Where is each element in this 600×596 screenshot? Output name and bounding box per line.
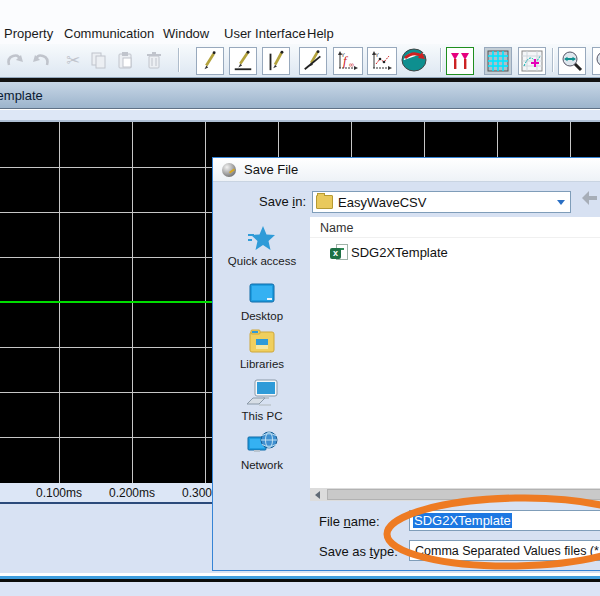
equation-icon: f∞Y [336,50,360,72]
scrollbar-thumb[interactable] [327,489,600,500]
place-libraries[interactable]: Libraries [215,328,309,370]
dialog-app-icon [222,163,236,177]
pencil-icon [199,50,221,72]
place-desktop[interactable]: Desktop [215,282,309,322]
x-axis-label: 0.200ms [95,486,169,500]
divider [0,110,600,120]
redo-button[interactable] [28,47,54,73]
draw-vertical-button[interactable] [262,47,290,75]
save-as-type-combobox[interactable]: Comma Separated Values files (*.csv) [409,540,600,561]
status-bar [0,582,600,596]
dialog-title: Save File [244,162,298,177]
document-tab[interactable]: SDG2XTemplate [0,82,600,109]
copy-icon [90,51,108,69]
quick-access-icon [247,225,277,253]
svg-text:∞: ∞ [349,61,354,68]
zoom-horizontal-button[interactable] [558,47,586,75]
smooth-wave-button[interactable] [400,47,428,73]
file-list[interactable]: Name D x SDG2XTemplate 10 [310,217,600,488]
show-grid-button[interactable] [484,47,512,75]
equation-editor-button[interactable]: f∞Y [333,47,363,75]
folder-icon [316,195,333,209]
cut-button[interactable]: ✂ [60,47,86,73]
cut-icon: ✂ [66,50,80,71]
undo-button[interactable] [2,47,28,73]
libraries-icon [248,328,276,356]
undo-icon [5,51,25,69]
x-axis-label: 0.100ms [22,486,96,500]
back-button[interactable] [584,191,600,207]
insert-point-icon [521,50,543,72]
back-arrow-icon [588,196,597,200]
menu-bar: Property Communication Window User Inter… [0,0,600,44]
place-quick-access[interactable]: Quick access [215,225,309,267]
document-tab-title: SDG2XTemplate [0,88,43,103]
save-as-type-label: Save as type: [319,544,398,559]
svg-text:Y: Y [375,52,379,58]
column-header-name[interactable]: Name [320,221,353,235]
place-this-pc[interactable]: This PC [215,378,309,422]
svg-text:Y: Y [341,52,345,58]
copy-button[interactable] [86,47,112,73]
menu-window[interactable]: Window [163,26,209,41]
place-label: Network [215,459,309,471]
zoom-vertical-icon [595,50,600,72]
dialog-title-bar[interactable]: Save File [213,158,600,182]
draw-angle-button[interactable] [229,47,257,75]
file-name-input[interactable]: SDG2XTemplate [409,510,600,531]
file-row[interactable]: x SDG2XTemplate 10 [310,243,600,263]
desktop-icon [247,282,277,308]
point-plot-icon: Y [370,50,394,72]
app-window: Property Communication Window User Inter… [0,0,600,596]
file-name-value: SDG2XTemplate [413,513,512,528]
redo-icon [31,51,51,69]
place-label: Libraries [215,358,309,370]
save-in-value: EasyWaveCSV [338,195,426,210]
toolbar: ✂ f∞Y Y [0,44,600,77]
smooth-wave-icon [401,48,427,72]
save-in-label: Save in: [231,194,306,209]
menu-user-interface[interactable]: User Interface [224,26,306,41]
toolbar-separator [552,48,554,72]
menu-communication[interactable]: Communication [64,26,154,41]
menu-property[interactable]: Property [4,26,53,41]
network-icon [246,429,278,457]
place-label: Desktop [215,310,309,322]
pulse-edit-button[interactable] [446,47,474,75]
scroll-left-icon[interactable] [315,491,320,499]
place-network[interactable]: Network [215,429,309,471]
draw-line-button[interactable] [196,47,224,75]
paste-button[interactable] [112,47,138,73]
csv-file-icon: x [330,244,346,260]
pencil-diagonal-icon [302,50,324,72]
place-label: This PC [215,410,309,422]
insert-points-button[interactable] [518,47,546,75]
chevron-down-icon[interactable] [557,200,565,205]
divider [310,237,600,238]
zoom-vertical-button[interactable] [592,47,600,75]
zoom-horizontal-icon [561,50,583,72]
grid-icon [487,50,509,72]
point-draw-button[interactable]: Y [367,47,397,75]
save-file-dialog: Save File Save in: EasyWaveCSV Quick acc… [212,157,600,571]
pulse-icon [449,50,471,72]
file-name-cell[interactable]: SDG2XTemplate [351,245,448,260]
place-label: Quick access [215,255,309,267]
draw-freehand-button[interactable] [299,47,327,75]
delete-button[interactable] [141,47,167,73]
toolbar-separator [440,48,442,72]
save-in-combobox[interactable]: EasyWaveCSV [312,191,571,213]
this-pc-icon [245,378,279,408]
menu-help[interactable]: Help [307,26,334,41]
pencil-underline-icon [232,50,254,72]
paste-icon [116,51,134,69]
trash-icon [145,51,163,69]
toolbar-separator [178,48,180,72]
pencil-vertical-icon [265,50,287,72]
file-name-label: File name: [319,514,380,529]
save-as-type-value: Comma Separated Values files (*.csv) [415,544,600,558]
horizontal-scrollbar[interactable] [310,488,600,501]
